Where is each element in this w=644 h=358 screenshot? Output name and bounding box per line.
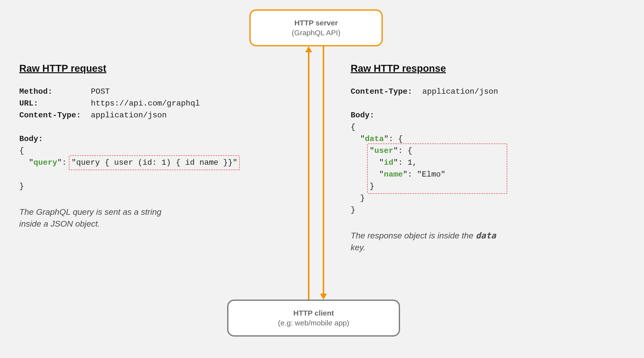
request-heading: Raw HTTP request <box>19 63 278 74</box>
request-caption: The GraphQL query is sent as a string in… <box>19 206 278 229</box>
svg-marker-1 <box>305 46 312 52</box>
response-panel: Raw HTTP response Content-Type:applicati… <box>351 63 610 253</box>
request-panel: Raw HTTP request Method:POSTURL:https://… <box>19 63 278 229</box>
client-node: HTTP client (e.g: web/mobile app) <box>227 300 400 337</box>
query-key: query <box>34 158 57 167</box>
response-ct-value: application/json <box>422 87 498 96</box>
query-string: "query { user (id: 1) { id name }}" <box>71 158 237 167</box>
data-key: data <box>365 134 384 144</box>
request-ct-value: application/json <box>91 111 167 120</box>
user-object-highlight: "user": { "id": 1, "name": "Elmo" } <box>370 145 505 192</box>
request-body-label: Body: <box>19 134 43 144</box>
response-data-close: } <box>351 193 365 203</box>
response-open1: { <box>351 123 355 132</box>
response-caption: The response object is inside the data k… <box>351 230 610 253</box>
url-value: https://api.com/graphql <box>91 99 200 108</box>
svg-marker-3 <box>320 294 327 300</box>
response-details: Content-Type:application/json Body:{ "da… <box>351 86 610 216</box>
server-node: HTTP server (GraphQL API) <box>250 9 383 46</box>
server-title: HTTP server <box>294 18 338 28</box>
request-details: Method:POSTURL:https://api.com/graphqlCo… <box>19 86 278 192</box>
method-value: POST <box>91 87 110 96</box>
client-title: HTTP client <box>293 308 334 318</box>
request-body-open: { <box>19 146 24 155</box>
method-label: Method: <box>19 86 91 98</box>
client-subtitle: (e.g: web/mobile app) <box>278 318 350 328</box>
user-key: user <box>374 146 393 155</box>
response-data-line: "data": { <box>351 134 403 144</box>
response-heading: Raw HTTP response <box>351 63 610 74</box>
url-label: URL: <box>19 98 91 109</box>
flow-arrows <box>296 46 336 300</box>
data-key-inline: data <box>476 230 496 240</box>
request-ct-label: Content-Type: <box>19 109 91 121</box>
response-ct-label: Content-Type: <box>351 86 422 98</box>
name-key: name <box>384 170 403 179</box>
request-body-line: "query": "query { user (id: 1) { id name… <box>19 158 237 167</box>
query-string-highlight: "query { user (id: 1) { id name }}" <box>71 157 237 169</box>
request-body-close: } <box>19 182 24 191</box>
id-key: id <box>384 158 393 167</box>
response-close1: } <box>351 205 355 214</box>
response-user-close: } <box>370 182 374 191</box>
server-subtitle: (GraphQL API) <box>292 28 340 38</box>
response-body-label: Body: <box>351 111 374 120</box>
